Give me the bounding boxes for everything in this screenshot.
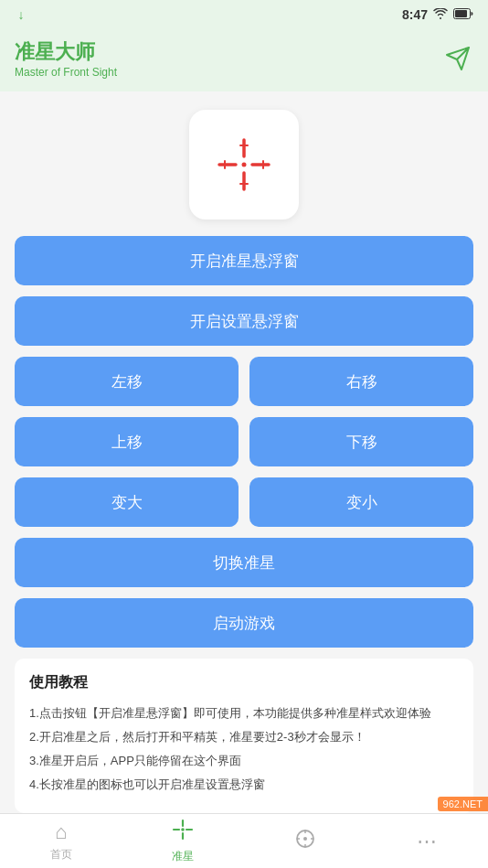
bottom-nav: ⌂ 首页 准星 ⋯ xyxy=(0,813,488,868)
tutorial-item-3: 3.准星开启后，APP只能停留在这个界面 xyxy=(29,751,459,771)
size-row: 变大 变小 xyxy=(15,477,473,527)
nav-item-more[interactable]: ⋯ xyxy=(366,814,489,868)
download-icon: ↓ xyxy=(15,8,27,21)
switch-crosshair-button[interactable]: 切换准星 xyxy=(15,538,473,587)
status-bar: ↓ 8:47 xyxy=(0,0,488,29)
move-right-button[interactable]: 右移 xyxy=(249,357,473,406)
tutorial-title: 使用教程 xyxy=(29,673,459,692)
nav-item-home[interactable]: ⌂ 首页 xyxy=(0,814,122,868)
app-title-sub: Master of Front Sight xyxy=(15,66,117,79)
tutorial-item-4: 4.长按准星的图标也可以开启准星设置悬浮窗 xyxy=(29,775,459,795)
move-up-button[interactable]: 上移 xyxy=(15,417,239,466)
app-title-main: 准星大师 xyxy=(15,38,117,66)
crosshair-nav-icon xyxy=(172,819,194,846)
open-crosshair-float-button[interactable]: 开启准星悬浮窗 xyxy=(15,236,473,285)
tutorial-section: 使用教程 1.点击按钮【开启准星悬浮窗】即可使用，本功能提供多种准星样式欢迎体验… xyxy=(15,659,473,813)
svg-point-6 xyxy=(242,163,247,167)
start-game-button[interactable]: 启动游戏 xyxy=(15,598,473,648)
app-header: 准星大师 Master of Front Sight xyxy=(0,29,488,91)
shrink-button[interactable]: 变小 xyxy=(249,477,473,527)
battery-icon xyxy=(453,8,473,22)
nav-item-compass[interactable] xyxy=(244,814,366,868)
crosshair-nav-label: 准星 xyxy=(172,849,194,864)
compass-icon xyxy=(294,828,316,855)
open-settings-float-button[interactable]: 开启设置悬浮窗 xyxy=(15,296,473,346)
send-icon[interactable] xyxy=(442,43,473,74)
svg-rect-1 xyxy=(455,10,467,17)
crosshair-container xyxy=(15,110,473,220)
move-vertical-row: 上移 下移 xyxy=(15,417,473,466)
tutorial-item-1: 1.点击按钮【开启准星悬浮窗】即可使用，本功能提供多种准星样式欢迎体验 xyxy=(29,703,459,723)
status-time: 8:47 xyxy=(402,7,428,22)
app-title-container: 准星大师 Master of Front Sight xyxy=(15,38,117,79)
main-content: 开启准星悬浮窗 开启设置悬浮窗 左移 右移 上移 下移 变大 变小 切换准星 启… xyxy=(0,91,488,817)
crosshair-box xyxy=(189,110,299,220)
watermark: 962.NET xyxy=(438,797,488,811)
move-left-button[interactable]: 左移 xyxy=(15,357,239,406)
svg-point-15 xyxy=(181,828,185,831)
crosshair-icon xyxy=(212,133,276,197)
move-down-button[interactable]: 下移 xyxy=(249,417,473,466)
home-label: 首页 xyxy=(50,847,72,863)
more-icon: ⋯ xyxy=(417,830,437,853)
wifi-icon xyxy=(433,8,448,22)
move-horizontal-row: 左移 右移 xyxy=(15,357,473,406)
svg-point-17 xyxy=(303,837,307,841)
nav-item-crosshair[interactable]: 准星 xyxy=(122,814,245,868)
enlarge-button[interactable]: 变大 xyxy=(15,477,239,527)
tutorial-item-2: 2.开启准星之后，然后打开和平精英，准星要过2-3秒才会显示！ xyxy=(29,727,459,747)
home-icon: ⌂ xyxy=(55,820,67,844)
